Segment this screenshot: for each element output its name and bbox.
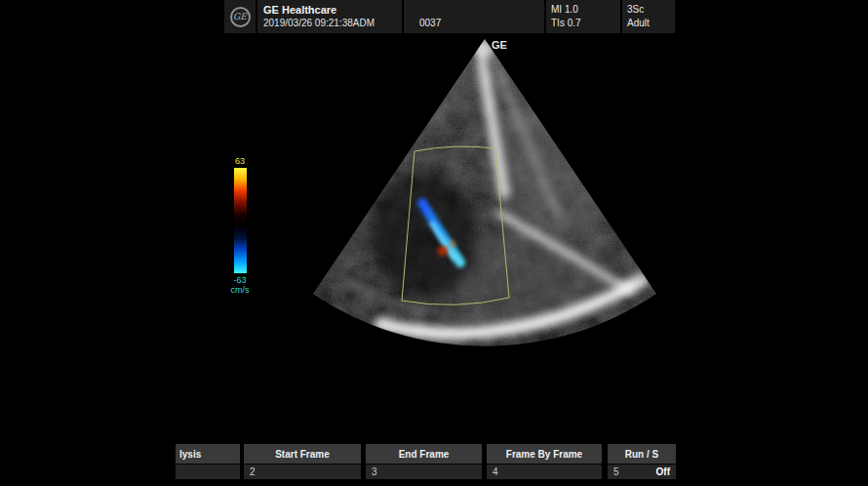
ge-logo: GE — [224, 0, 256, 33]
softkey-number: 2 — [250, 466, 256, 477]
softkey-label: Start Frame — [244, 444, 361, 464]
exam-number: 0037 — [419, 17, 544, 29]
topbar: GE GE Healthcare 2019/03/26 09:21:38ADM … — [224, 0, 677, 33]
probe-label: 3Sc — [627, 3, 675, 17]
mi-value: MI 1.0 — [551, 3, 620, 17]
softkey-end-frame[interactable]: End Frame 3 — [366, 444, 482, 479]
softkey-bar: lysis Start Frame 2 End Frame 3 Frame By… — [176, 444, 676, 479]
softkey-number: 3 — [372, 466, 377, 477]
softkey-frame-by-frame[interactable]: Frame By Frame 4 — [487, 444, 602, 479]
sector-wedge — [234, 35, 741, 362]
datetime-label: 2019/03/26 09:21:38ADM — [263, 17, 402, 29]
ultrasound-screen: GE GE Healthcare 2019/03/26 09:21:38ADM … — [0, 0, 868, 486]
cardiac-chamber — [371, 172, 478, 299]
softkey-number: 5 — [613, 466, 619, 477]
ultrasound-sector-image — [234, 35, 741, 362]
softkey-analysis[interactable]: lysis — [176, 444, 240, 479]
manufacturer-cell: GE Healthcare 2019/03/26 09:21:38ADM — [257, 0, 402, 33]
ge-logo-text: GE — [233, 12, 247, 21]
softkey-label: End Frame — [366, 444, 482, 464]
preset-label: Adult — [627, 17, 675, 30]
manufacturer-label: GE Healthcare — [263, 3, 402, 17]
tis-value: TIs 0.7 — [551, 17, 620, 30]
acoustic-output-cell: MI 1.0 TIs 0.7 — [546, 0, 620, 33]
softkey-start-frame[interactable]: Start Frame 2 — [244, 444, 361, 479]
softkey-label: Run / S — [608, 444, 676, 464]
softkey-number: 4 — [493, 466, 498, 477]
softkey-label: lysis — [176, 444, 240, 464]
exam-number-cell: 0037 — [404, 0, 544, 33]
softkey-label: Frame By Frame — [487, 444, 602, 464]
softkey-run-stop[interactable]: Run / S 5 Off — [608, 444, 676, 479]
probe-cell: 3Sc Adult — [622, 0, 675, 33]
ge-logo-icon: GE — [230, 7, 251, 27]
softkey-value: Off — [656, 466, 670, 477]
